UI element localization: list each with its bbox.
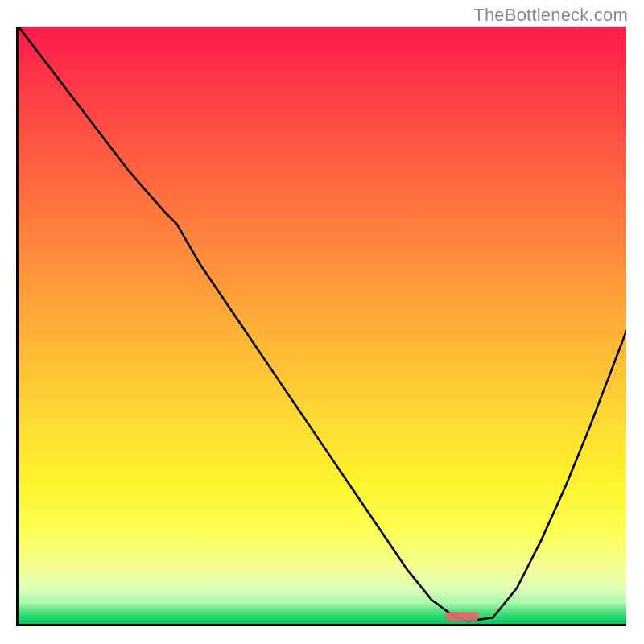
- chart-frame: [16, 27, 626, 626]
- bottleneck-curve: [19, 27, 626, 624]
- optimal-marker: [445, 612, 479, 621]
- watermark-text: TheBottleneck.com: [473, 5, 628, 26]
